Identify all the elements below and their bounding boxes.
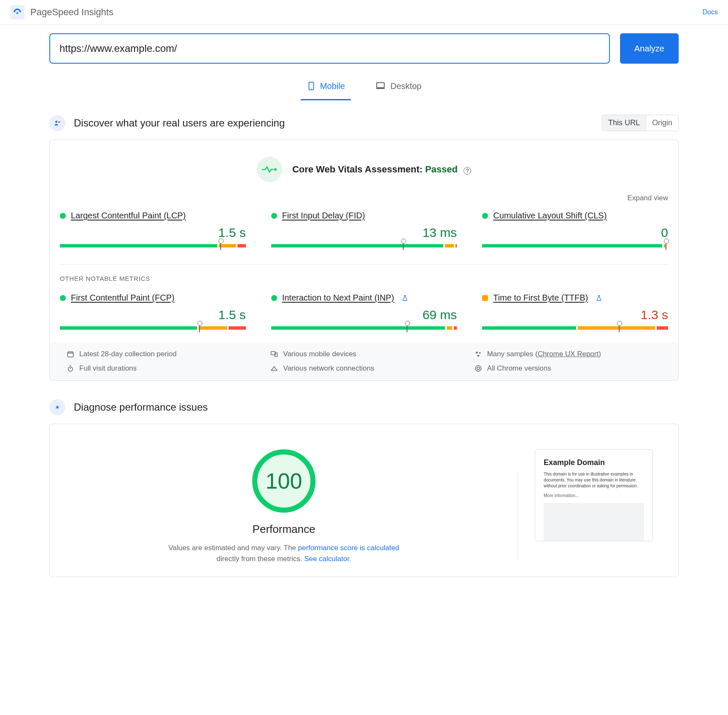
svg-point-15 <box>477 367 480 370</box>
distribution-bar <box>60 326 246 330</box>
device-tabs: Mobile Desktop <box>49 75 679 100</box>
flask-icon <box>596 295 602 301</box>
header-left: PageSpeed Insights <box>10 5 113 19</box>
bar-marker <box>199 324 200 332</box>
footer-samples: Many samples (Chrome UX Report) <box>475 350 661 358</box>
preview-text: This domain is for use in illustrative e… <box>544 471 644 489</box>
calendar-icon <box>67 350 74 358</box>
other-metrics-label: OTHER NOTABLE METRICS <box>50 275 678 290</box>
score-calc-link[interactable]: performance score is calculated <box>298 544 399 552</box>
distribution-bar <box>271 326 457 330</box>
field-data-title: Discover what your real users are experi… <box>74 117 285 129</box>
bar-marker <box>220 242 221 250</box>
metric: Time to First Byte (TTFB) 1.3 s <box>482 293 668 330</box>
bar-segment-orange <box>445 244 453 247</box>
metric-value: 1.5 s <box>60 308 246 322</box>
diagnose-title: Diagnose performance issues <box>74 401 208 413</box>
scope-toggle: This URL Origin <box>602 115 679 131</box>
analyze-button[interactable]: Analyze <box>620 33 679 64</box>
footer-devices-text: Various mobile devices <box>283 350 356 358</box>
chrome-icon <box>475 365 482 372</box>
svg-rect-7 <box>67 352 73 357</box>
status-dot <box>271 295 277 301</box>
svg-rect-3 <box>377 83 384 88</box>
cwv-title: Core Web Vitals Assessment: Passed ? <box>292 164 471 175</box>
svg-point-17 <box>57 406 59 409</box>
metric: Interaction to Next Paint (INP) 69 ms <box>271 293 457 330</box>
metric-value: 1.5 s <box>60 226 246 240</box>
stopwatch-icon <box>67 365 74 372</box>
bar-segment-green <box>482 244 662 247</box>
distribution-bar <box>482 244 668 247</box>
status-dot <box>60 213 66 219</box>
bar-marker <box>403 242 404 250</box>
metric-name[interactable]: Time to First Byte (TTFB) <box>493 293 588 303</box>
bar-segment-red <box>229 326 246 330</box>
expand-view-link[interactable]: Expand view <box>50 194 678 207</box>
svg-point-4 <box>55 121 57 123</box>
tab-mobile-label: Mobile <box>320 81 345 91</box>
metric-name[interactable]: Interaction to Next Paint (INP) <box>282 293 394 303</box>
other-metrics-grid: First Contentful Paint (FCP) 1.5 s Inter… <box>50 290 678 342</box>
bar-segment-orange <box>578 326 655 330</box>
metric-name[interactable]: Cumulative Layout Shift (CLS) <box>493 211 607 220</box>
tab-mobile[interactable]: Mobile <box>301 75 351 100</box>
bar-segment-green <box>60 244 217 247</box>
samples-icon <box>475 350 482 358</box>
flask-icon <box>402 295 408 301</box>
status-dot <box>60 295 66 301</box>
performance-description: Values are estimated and may vary. The p… <box>166 543 402 564</box>
docs-link[interactable]: Docs <box>703 8 718 16</box>
toggle-origin[interactable]: Origin <box>646 115 678 131</box>
distribution-bar <box>271 244 457 247</box>
bar-segment-green <box>271 244 444 247</box>
metrics-divider <box>60 264 668 265</box>
svg-point-0 <box>16 12 18 14</box>
core-metrics-grid: Largest Contentful Paint (LCP) 1.5 s Fir… <box>50 207 678 260</box>
bar-segment-green <box>482 326 576 330</box>
cwv-label-text: Core Web Vitals Assessment: <box>292 164 425 175</box>
distribution-bar <box>60 244 246 247</box>
bar-marker <box>407 324 407 332</box>
performance-label: Performance <box>67 523 501 536</box>
users-icon <box>49 115 65 131</box>
bar-segment-orange <box>199 326 227 330</box>
metric-name[interactable]: First Input Delay (FID) <box>282 211 365 220</box>
svg-point-12 <box>477 355 479 357</box>
tab-desktop[interactable]: Desktop <box>369 75 427 100</box>
metric-value: 69 ms <box>271 308 457 322</box>
vitals-pass-icon <box>257 157 282 182</box>
metric: First Contentful Paint (FCP) 1.5 s <box>60 293 246 330</box>
preview-column: Example Domain This domain is for use in… <box>518 449 678 564</box>
see-calculator-link[interactable]: See calculator <box>304 555 349 563</box>
svg-point-6 <box>274 168 277 171</box>
preview-title: Example Domain <box>544 458 644 467</box>
url-input[interactable] <box>49 33 610 64</box>
mobile-icon <box>307 80 316 92</box>
crux-link[interactable]: Chrome UX Report <box>538 350 599 358</box>
svg-point-5 <box>58 121 60 123</box>
tab-desktop-label: Desktop <box>391 81 421 91</box>
svg-point-11 <box>479 352 481 354</box>
desktop-icon <box>375 81 386 91</box>
footer-samples-text: Many samples (Chrome UX Report) <box>487 350 601 358</box>
footer-networks: Various network connections <box>270 364 457 373</box>
status-dot <box>482 213 488 219</box>
field-data-footer: Latest 28-day collection period Various … <box>50 342 678 380</box>
devices-icon <box>270 350 278 358</box>
distribution-bar <box>482 326 668 330</box>
toggle-this-url[interactable]: This URL <box>602 115 646 131</box>
page-preview: Example Domain This domain is for use in… <box>535 449 653 541</box>
performance-column: 100 Performance Values are estimated and… <box>50 449 518 564</box>
status-dot <box>271 213 277 219</box>
help-icon[interactable]: ? <box>464 167 471 175</box>
bar-segment-green <box>60 326 197 330</box>
preview-placeholder <box>544 503 644 541</box>
bar-segment-orange <box>219 244 236 247</box>
metric-name[interactable]: First Contentful Paint (FCP) <box>71 293 175 303</box>
app-title: PageSpeed Insights <box>30 7 113 18</box>
preview-more-link: More information... <box>544 493 644 498</box>
metric-name[interactable]: Largest Contentful Paint (LCP) <box>71 211 186 220</box>
svg-point-10 <box>476 352 478 354</box>
network-icon <box>270 365 278 372</box>
